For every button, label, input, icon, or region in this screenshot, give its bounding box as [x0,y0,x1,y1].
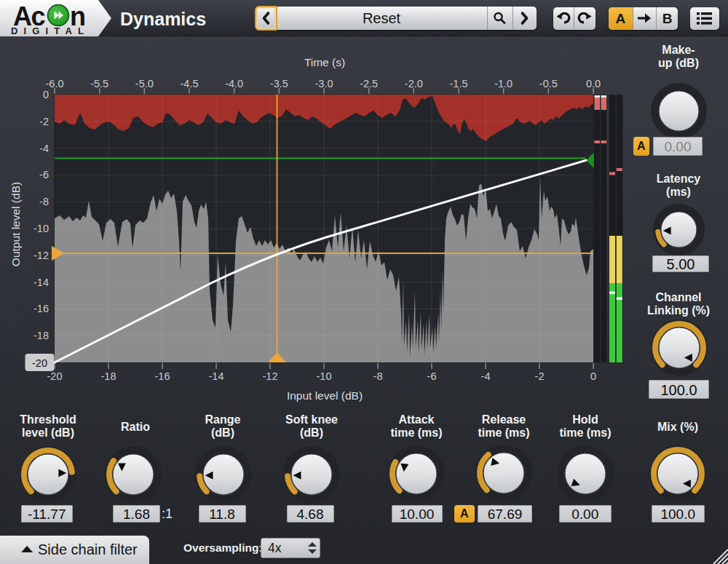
svg-text:-16: -16 [155,370,170,382]
svg-text:Time (s): Time (s) [304,56,345,68]
svg-text:-2.5: -2.5 [360,78,378,90]
svg-text:0: 0 [590,370,596,382]
svg-text:-5.0: -5.0 [135,78,154,90]
svg-text:-3.0: -3.0 [315,78,333,90]
svg-text:-2: -2 [535,370,545,382]
svg-text:-8: -8 [373,370,383,382]
svg-text:-20: -20 [32,357,47,369]
svg-text:Ac: Ac [13,1,44,31]
svg-text:0: 0 [43,89,49,100]
svg-text:-14: -14 [209,370,224,382]
svg-text:Input level (dB): Input level (dB) [287,389,363,402]
svg-text:-12: -12 [33,250,49,261]
svg-text:-12: -12 [263,370,278,382]
svg-text:-5.5: -5.5 [90,78,108,90]
svg-text:-2.0: -2.0 [405,78,423,90]
svg-text:-14: -14 [33,277,49,288]
svg-text:-6: -6 [427,370,437,382]
svg-text:-10: -10 [317,370,332,382]
svg-text:-6.0: -6.0 [46,78,64,90]
svg-text:-4: -4 [39,143,49,154]
svg-text:-1.5: -1.5 [450,78,468,90]
svg-text:-3.5: -3.5 [270,78,288,90]
svg-text:-16: -16 [33,303,49,314]
svg-text:Output level (dB): Output level (dB) [9,182,22,266]
svg-text:-4.5: -4.5 [181,78,199,90]
svg-text:-10: -10 [33,223,49,234]
svg-text:-4: -4 [481,370,491,382]
svg-text:-18: -18 [101,370,116,382]
svg-text:-6: -6 [39,169,49,180]
svg-text:-20: -20 [47,370,63,382]
svg-text:-2: -2 [39,116,49,127]
svg-text:0.0: 0.0 [586,78,601,90]
svg-text:-1.0: -1.0 [494,78,513,90]
svg-text:-0.5: -0.5 [539,78,558,90]
svg-text:-18: -18 [33,330,49,341]
svg-text:-8: -8 [39,196,49,207]
svg-text:-4.0: -4.0 [225,78,243,90]
